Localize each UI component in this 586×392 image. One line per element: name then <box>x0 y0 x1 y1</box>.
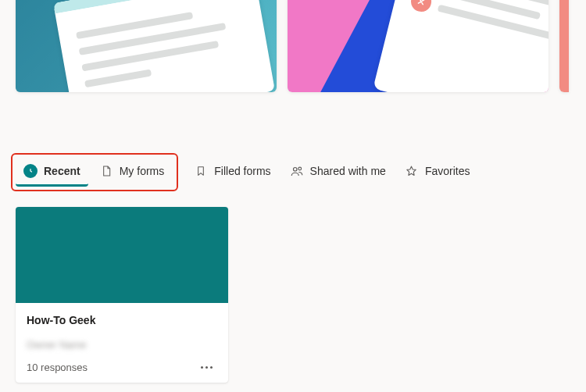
tab-label: Recent <box>44 165 80 177</box>
tab-filled-forms[interactable]: Filled forms <box>186 158 278 187</box>
template-card-quiz[interactable] <box>288 0 548 92</box>
template-card-survey[interactable] <box>16 0 277 92</box>
form-card-title: How-To Geek <box>27 314 217 326</box>
clock-icon <box>23 164 38 178</box>
star-icon <box>405 164 419 178</box>
tabs-bar: Recent My forms Filled forms Shared with… <box>11 153 477 191</box>
template-card-bg <box>288 0 548 92</box>
file-icon <box>99 164 113 178</box>
form-card-owner: Owner Name <box>27 339 217 351</box>
form-card-cover <box>16 207 228 303</box>
annotation-highlight: Recent My forms <box>11 153 178 191</box>
bookmark-icon <box>194 164 208 178</box>
svg-point-1 <box>298 167 301 170</box>
dots-icon <box>210 366 213 369</box>
forms-grid: How-To Geek Owner Name 10 responses <box>0 191 586 383</box>
tab-favorites[interactable]: Favorites <box>397 158 478 187</box>
dots-icon <box>201 366 203 369</box>
tab-label: Shared with me <box>310 165 386 177</box>
templates-row <box>0 0 586 103</box>
svg-point-0 <box>293 168 297 172</box>
tab-shared-with-me[interactable]: Shared with me <box>282 158 394 187</box>
tab-label: Favorites <box>425 165 470 177</box>
tab-my-forms[interactable]: My forms <box>91 158 173 187</box>
template-card-bg <box>559 0 569 92</box>
tab-label: Filled forms <box>214 165 270 177</box>
template-sheet-graphic <box>373 0 548 92</box>
x-icon <box>409 0 434 14</box>
template-card-bg <box>16 0 277 92</box>
form-card[interactable]: How-To Geek Owner Name 10 responses <box>16 207 228 383</box>
tab-recent[interactable]: Recent <box>16 158 88 187</box>
people-icon <box>290 164 304 178</box>
template-card-peek[interactable] <box>559 0 569 92</box>
template-sheet-graphic <box>53 0 275 92</box>
dots-icon <box>205 366 208 369</box>
tab-label: My forms <box>120 165 165 177</box>
more-actions-button[interactable] <box>196 363 217 372</box>
form-card-responses: 10 responses <box>27 362 88 373</box>
